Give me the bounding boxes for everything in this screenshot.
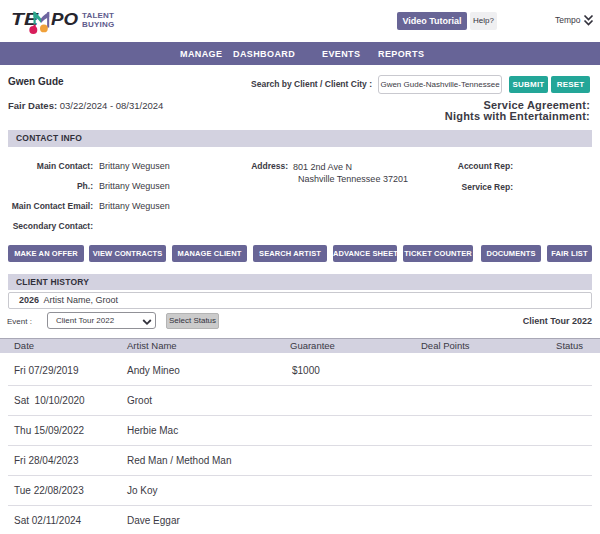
svg-text:PO: PO — [51, 10, 78, 29]
